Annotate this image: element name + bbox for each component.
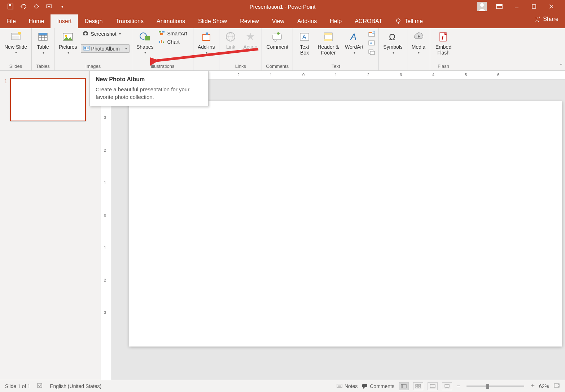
comment-button[interactable]: Comment bbox=[264, 30, 290, 51]
tab-view[interactable]: View bbox=[266, 14, 291, 28]
ribbon: New Slide▾ Slides Table▾ Tables Pictures… bbox=[0, 28, 565, 71]
group-label-comments: Comments bbox=[262, 64, 293, 70]
svg-point-13 bbox=[536, 17, 538, 19]
media-button[interactable]: Media▾ bbox=[409, 30, 428, 55]
tell-me-label: Tell me bbox=[404, 18, 423, 25]
lightbulb-icon bbox=[395, 18, 402, 25]
close-button[interactable] bbox=[545, 0, 558, 13]
svg-rect-37 bbox=[159, 31, 161, 32]
comment-icon bbox=[271, 30, 284, 43]
quick-access-toolbar: ▾ bbox=[0, 3, 66, 10]
tab-transitions[interactable]: Transitions bbox=[109, 14, 150, 28]
tab-slide-show[interactable]: Slide Show bbox=[192, 14, 233, 28]
tell-me-search[interactable]: Tell me bbox=[389, 14, 429, 28]
svg-rect-42 bbox=[163, 42, 164, 43]
undo-icon[interactable] bbox=[20, 3, 27, 10]
media-icon bbox=[412, 30, 425, 43]
slide-thumbnail-1[interactable] bbox=[10, 78, 86, 121]
object-button[interactable] bbox=[367, 48, 376, 57]
tab-review[interactable]: Review bbox=[233, 14, 265, 28]
ribbon-display-options-icon[interactable] bbox=[493, 0, 506, 13]
wordart-button[interactable]: A WordArt▾ bbox=[343, 30, 365, 55]
collapse-ribbon-icon[interactable]: ˆ bbox=[560, 63, 562, 69]
tab-acrobat[interactable]: ACROBAT bbox=[348, 14, 389, 28]
group-label-flash: Flash bbox=[430, 64, 457, 70]
date-time-button[interactable] bbox=[367, 30, 376, 39]
normal-view-button[interactable] bbox=[399, 382, 409, 390]
comments-pane-button[interactable]: Comments bbox=[362, 383, 394, 389]
svg-rect-83 bbox=[445, 384, 449, 387]
zoom-slider-thumb[interactable] bbox=[486, 384, 489, 389]
table-button[interactable]: Table▾ bbox=[34, 30, 52, 55]
slide-background[interactable] bbox=[111, 79, 565, 380]
group-label-images: Images bbox=[54, 64, 132, 70]
svg-rect-74 bbox=[362, 384, 367, 387]
svg-rect-79 bbox=[416, 387, 418, 388]
language-status[interactable]: English (United States) bbox=[50, 383, 101, 389]
svg-rect-1 bbox=[9, 4, 11, 6]
embed-flash-button[interactable]: ƒ Embed Flash bbox=[432, 30, 455, 56]
group-images: Pictures▾ Screenshot▾ Photo Album ▾ Imag… bbox=[54, 28, 132, 70]
zoom-slider[interactable] bbox=[467, 386, 524, 387]
svg-rect-77 bbox=[416, 384, 418, 386]
vertical-ruler: 3 2 1 0 1 2 3 bbox=[101, 79, 111, 380]
zoom-out-button[interactable]: − bbox=[456, 382, 460, 390]
workspace: 1 4 3 2 1 0 1 2 3 4 5 6 3 2 1 0 1 2 3 bbox=[0, 71, 565, 380]
tab-animations[interactable]: Animations bbox=[150, 14, 192, 28]
slideshow-from-start-icon[interactable] bbox=[46, 3, 53, 10]
save-icon[interactable] bbox=[7, 3, 14, 10]
text-box-icon: A bbox=[298, 30, 311, 43]
photo-album-icon bbox=[83, 45, 90, 52]
shapes-icon bbox=[139, 30, 152, 43]
text-box-button[interactable]: A Text Box bbox=[295, 30, 314, 56]
slide-counter: Slide 1 of 1 bbox=[5, 383, 30, 389]
share-icon bbox=[534, 16, 540, 22]
window-controls bbox=[476, 0, 565, 13]
svg-rect-65 bbox=[370, 51, 375, 55]
maximize-button[interactable] bbox=[527, 0, 540, 13]
share-button[interactable]: Share bbox=[534, 16, 559, 22]
addins-button[interactable]: Add-ins▾ bbox=[196, 30, 217, 55]
tab-help[interactable]: Help bbox=[323, 14, 348, 28]
chart-button[interactable]: Chart bbox=[157, 38, 188, 45]
object-icon bbox=[368, 49, 375, 56]
smartart-button[interactable]: SmartArt bbox=[157, 30, 188, 37]
smartart-icon bbox=[158, 30, 165, 36]
link-button[interactable]: Link bbox=[222, 30, 240, 51]
spellcheck-icon[interactable] bbox=[37, 383, 43, 389]
redo-icon[interactable] bbox=[33, 3, 40, 10]
svg-text:#: # bbox=[370, 42, 372, 45]
tab-insert[interactable]: Insert bbox=[51, 14, 78, 28]
action-button[interactable]: Action bbox=[241, 30, 259, 51]
screenshot-button[interactable]: Screenshot▾ bbox=[81, 30, 130, 38]
slide-canvas[interactable] bbox=[129, 101, 562, 347]
tab-addins[interactable]: Add-ins bbox=[291, 14, 323, 28]
slide-number-button[interactable]: # bbox=[367, 39, 376, 48]
pictures-button[interactable]: Pictures▾ bbox=[57, 30, 79, 55]
zoom-in-button[interactable]: + bbox=[531, 382, 535, 390]
shapes-button[interactable]: Shapes▾ bbox=[134, 30, 156, 55]
reading-view-button[interactable] bbox=[428, 382, 438, 390]
new-slide-button[interactable]: New Slide▾ bbox=[2, 30, 29, 55]
new-slide-icon bbox=[9, 30, 22, 43]
minimize-button[interactable] bbox=[510, 0, 523, 13]
slideshow-view-button[interactable] bbox=[442, 382, 452, 390]
photo-album-button[interactable]: Photo Album ▾ bbox=[81, 44, 130, 53]
tab-file[interactable]: File bbox=[0, 14, 22, 28]
notes-button[interactable]: Notes bbox=[337, 383, 358, 389]
slide-sorter-view-button[interactable] bbox=[413, 382, 423, 390]
group-label-symbols bbox=[379, 69, 407, 70]
zoom-level[interactable]: 62% bbox=[539, 383, 549, 389]
link-icon bbox=[224, 30, 237, 43]
qat-more-icon[interactable]: ▾ bbox=[59, 3, 66, 10]
fit-to-window-button[interactable] bbox=[553, 383, 560, 389]
tab-design[interactable]: Design bbox=[78, 14, 109, 28]
header-footer-button[interactable]: Header & Footer bbox=[315, 30, 341, 56]
group-symbols: Ω Symbols▾ bbox=[379, 28, 407, 70]
svg-rect-70 bbox=[38, 383, 42, 388]
account-avatar-icon[interactable] bbox=[476, 0, 489, 13]
notes-icon bbox=[337, 384, 342, 389]
photo-album-dropdown-icon[interactable]: ▾ bbox=[123, 47, 127, 51]
symbols-button[interactable]: Ω Symbols▾ bbox=[381, 30, 405, 55]
tab-home[interactable]: Home bbox=[22, 14, 51, 28]
